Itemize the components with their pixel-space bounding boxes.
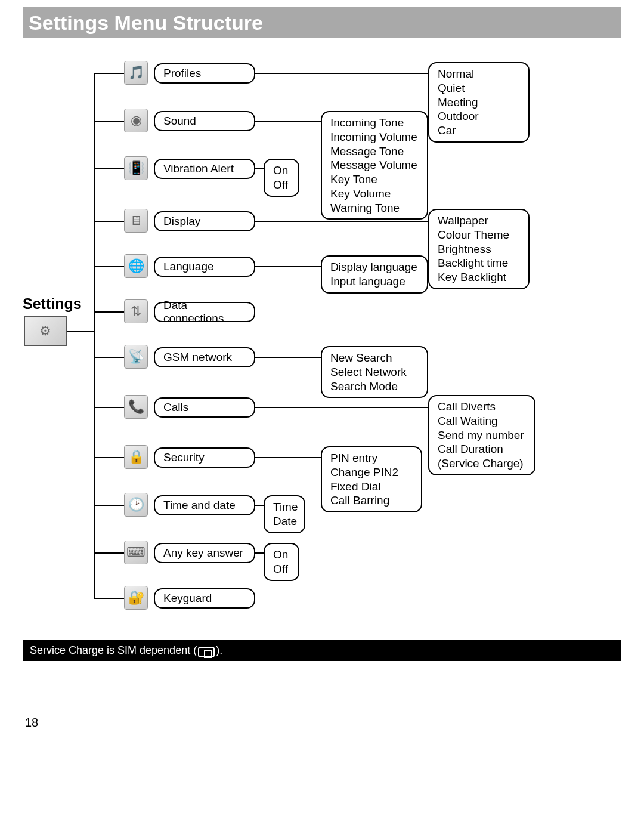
calls-options: Call Diverts Call Waiting Send my number…: [428, 395, 535, 475]
page-number: 18: [25, 716, 38, 730]
menu-sound: Sound: [154, 111, 255, 131]
gsm-options: New Search Select Network Search Mode: [321, 346, 428, 398]
any-key-answer-icon: ⌨: [124, 541, 148, 564]
security-icon: 🔒: [124, 445, 148, 469]
root-label: Settings: [23, 295, 82, 313]
menu-calls: Calls: [154, 397, 255, 418]
keyguard-icon: 🔐: [124, 586, 148, 610]
menu-data-connections: Data connections: [154, 302, 255, 322]
display-icon: 🖥: [124, 209, 148, 233]
menu-security: Security: [154, 447, 255, 468]
page-title: Settings Menu Structure: [29, 11, 263, 35]
menu-gsm-network: GSM network: [154, 347, 255, 368]
settings-icon: ⚙: [24, 316, 67, 346]
language-options: Display language Input language: [321, 255, 428, 294]
calls-icon: 📞: [124, 395, 148, 419]
sound-icon: ◉: [124, 109, 148, 132]
time-date-icon: 🕑: [124, 493, 148, 517]
footer-note: Service Charge is SIM dependent ( ).: [23, 640, 621, 661]
language-icon: 🌐: [124, 254, 148, 278]
any-key-options: On Off: [264, 543, 299, 581]
data-connections-icon: ⇅: [124, 299, 148, 323]
vibration-icon: 📳: [124, 156, 148, 180]
vibration-options: On Off: [264, 159, 299, 197]
menu-any-key-answer: Any key answer: [154, 543, 255, 563]
menu-profiles: Profiles: [154, 63, 255, 84]
time-date-options: Time Date: [264, 495, 305, 533]
menu-display: Display: [154, 211, 255, 231]
gsm-network-icon: 📡: [124, 345, 148, 369]
page-title-bar: Settings Menu Structure: [23, 7, 621, 38]
security-options: PIN entry Change PIN2 Fixed Dial Call Ba…: [321, 446, 422, 512]
profiles-options: Normal Quiet Meeting Outdoor Car: [428, 62, 530, 143]
sim-icon: [198, 647, 215, 657]
menu-structure-diagram: Settings ⚙ 🎵 Profiles Normal Quiet Meeti…: [23, 54, 621, 638]
menu-vibration: Vibration Alert: [154, 159, 255, 179]
menu-keyguard: Keyguard: [154, 588, 255, 609]
display-options: Wallpaper Colour Theme Brightness Backli…: [428, 209, 530, 289]
menu-time-date: Time and date: [154, 495, 255, 515]
profiles-icon: 🎵: [124, 61, 148, 85]
sound-options: Incoming Tone Incoming Volume Message To…: [321, 111, 428, 220]
menu-language: Language: [154, 257, 255, 277]
